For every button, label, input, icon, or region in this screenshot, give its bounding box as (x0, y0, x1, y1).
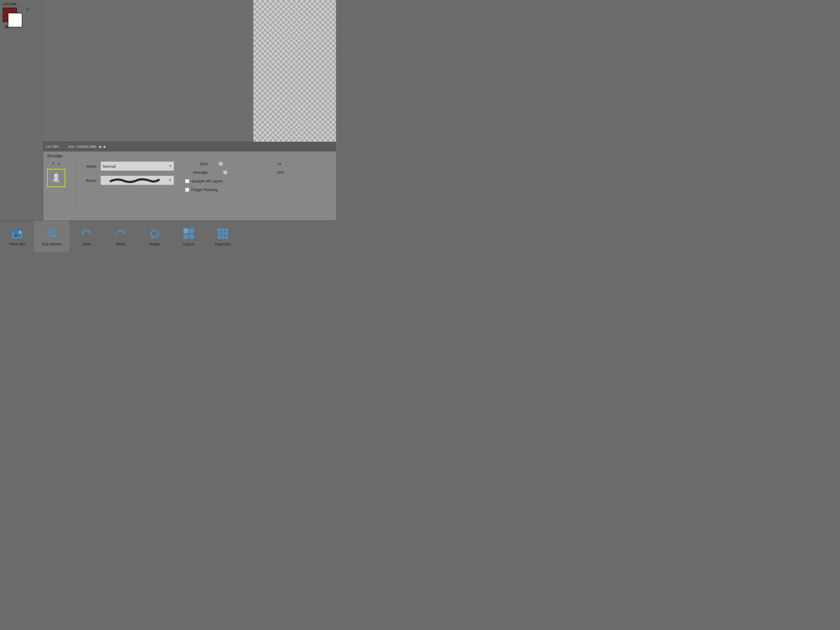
taskbar-item-photo-bin[interactable]: Photo Bin (0, 221, 34, 252)
taskbar-item-organizer[interactable]: Organizer (206, 221, 240, 252)
rotate-label: Rotate (149, 242, 160, 246)
brush-label: Brush: (82, 178, 97, 183)
strength-value: 20% (277, 171, 285, 175)
svg-rect-24 (225, 228, 228, 232)
rotate-icon (148, 227, 161, 240)
strength-slider-label: Strength: (185, 170, 209, 175)
photo-bin-label: Photo Bin (9, 242, 25, 246)
svg-rect-26 (221, 232, 224, 235)
separator-2 (179, 159, 180, 212)
svg-rect-18 (189, 228, 194, 233)
sample-all-layers-checkbox[interactable] (185, 179, 189, 183)
svg-point-6 (19, 231, 21, 233)
svg-rect-7 (47, 230, 57, 231)
mode-select-wrapper: Normal Darken Lighten Hue Saturation Col… (101, 161, 174, 171)
size-controls: ▾ ▴ (52, 160, 60, 166)
brush-row: Brush: ▼ (82, 175, 174, 185)
tool-options-icon (45, 227, 58, 240)
organizer-label: Organizer (215, 242, 231, 246)
color-swatches: ↺ ⬛ (3, 8, 29, 28)
taskbar-item-redo[interactable]: Redo (103, 221, 137, 252)
size-increase-button[interactable]: ▴ (58, 160, 60, 166)
mode-label: Mode: (82, 164, 97, 169)
svg-rect-19 (183, 234, 188, 239)
separator-1 (76, 159, 76, 212)
active-tool-icon[interactable] (47, 169, 65, 187)
redo-icon (114, 227, 127, 240)
finger-painting-checkbox[interactable] (185, 188, 189, 192)
undo-icon (79, 227, 93, 240)
taskbar-item-undo[interactable]: Undo (69, 221, 103, 252)
svg-rect-23 (221, 228, 224, 232)
sample-all-layers-row: Sample All Layers (185, 179, 285, 183)
svg-rect-27 (225, 232, 228, 235)
size-strength-section: Size: 13 Strength: 20% Sample All Layers… (185, 159, 285, 192)
mode-select[interactable]: Normal Darken Lighten Hue Saturation Col… (101, 161, 174, 171)
tool-controls: ▾ ▴ (43, 159, 336, 212)
tool-options-bar: Smudge ▾ ▴ (43, 151, 336, 221)
swap-colors-icon[interactable]: ↺ (26, 8, 29, 12)
background-color-swatch[interactable] (8, 13, 22, 27)
undo-label: Undo (82, 242, 90, 246)
svg-rect-29 (221, 236, 224, 239)
sample-all-layers-label[interactable]: Sample All Layers (191, 179, 223, 183)
taskbar-item-rotate[interactable]: Rotate (137, 221, 172, 252)
brush-stroke-preview (101, 177, 169, 184)
strength-row: Strength: 20% (185, 170, 285, 175)
document-canvas[interactable] (43, 0, 253, 142)
tool-name: Smudge (43, 152, 336, 159)
size-decrease-button[interactable]: ▾ (52, 160, 54, 166)
nav-arrows: ▶ ◀ (99, 145, 105, 148)
brush-preview[interactable]: ▼ (101, 175, 174, 185)
photo-bin-icon (10, 227, 24, 240)
svg-rect-25 (218, 232, 221, 235)
svg-rect-30 (225, 236, 228, 239)
doc-size: Doc: 3.81M/5.08M (68, 145, 96, 148)
layout-icon (182, 227, 196, 240)
taskbar-item-tool-options[interactable]: Tool Options (35, 221, 69, 252)
size-row: Size: 13 (185, 161, 285, 166)
taskbar: Photo Bin Tool Options Undo (0, 221, 336, 252)
svg-rect-20 (189, 234, 194, 239)
sidebar: COLOR ↺ ⬛ (0, 0, 43, 221)
default-colors-icon[interactable]: ⬛ (5, 25, 9, 28)
mode-row: Mode: Normal Darken Lighten Hue Saturati… (82, 161, 174, 171)
strength-slider[interactable] (211, 172, 274, 173)
tool-icon-area: ▾ ▴ (47, 159, 65, 187)
svg-rect-22 (218, 228, 221, 232)
svg-rect-8 (47, 232, 54, 234)
finger-painting-row: Finger Painting (185, 188, 285, 192)
size-slider-label: Size: (185, 161, 209, 166)
transparent-checker (253, 0, 336, 142)
finger-painting-label[interactable]: Finger Painting (191, 188, 218, 192)
redo-label: Redo (116, 242, 125, 246)
smudge-icon (51, 172, 62, 184)
color-label: COLOR (3, 2, 40, 6)
nav-back-icon[interactable]: ◀ (103, 145, 105, 148)
tool-options-label: Tool Options (41, 242, 62, 246)
taskbar-item-layout[interactable]: Layout (172, 221, 206, 252)
svg-marker-16 (158, 237, 159, 238)
organizer-icon (216, 227, 230, 240)
canvas-area (43, 0, 336, 142)
size-value: 13 (277, 162, 285, 166)
status-bar: 114.78% Doc: 3.81M/5.08M ▶ ◀ (43, 142, 336, 151)
svg-rect-21 (183, 228, 188, 233)
svg-rect-28 (218, 236, 221, 239)
zoom-level: 114.78% (46, 145, 64, 148)
size-slider[interactable] (211, 163, 274, 164)
svg-marker-15 (153, 229, 156, 232)
mode-brush-section: Mode: Normal Darken Lighten Hue Saturati… (82, 159, 174, 185)
brush-dropdown-arrow-icon: ▼ (169, 178, 172, 182)
nav-forward-icon[interactable]: ▶ (99, 145, 102, 148)
layout-label: Layout (183, 242, 194, 246)
color-section: COLOR ↺ ⬛ (0, 0, 43, 31)
